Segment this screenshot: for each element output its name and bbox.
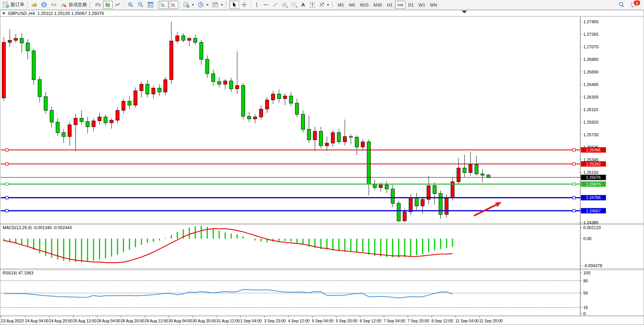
svg-text:1.27455: 1.27455 bbox=[583, 19, 599, 24]
search-icon bbox=[618, 2, 625, 8]
line-chart-button[interactable] bbox=[113, 1, 123, 9]
separator bbox=[157, 1, 157, 8]
chart-ohlc-quote: 1.25112 1.25126 1.25067 1.25076 bbox=[37, 11, 104, 16]
pane-borders bbox=[0, 16, 644, 316]
tab-timeframe-h1[interactable]: H1 bbox=[385, 1, 395, 9]
svg-text:0: 0 bbox=[583, 311, 586, 316]
channel-tool-button[interactable]: E bbox=[280, 1, 289, 9]
indicators-icon bbox=[183, 2, 190, 8]
notification-badge: 1 bbox=[633, 0, 641, 6]
clock-icon bbox=[198, 2, 204, 8]
svg-text:5 Sep 20:00: 5 Sep 20:00 bbox=[336, 319, 357, 323]
svg-text:1.25282: 1.25282 bbox=[586, 162, 601, 166]
zoom-out-icon bbox=[137, 2, 144, 8]
svg-text:1.26305: 1.26305 bbox=[583, 95, 599, 99]
search-button[interactable] bbox=[617, 1, 626, 9]
indicators-button[interactable] bbox=[182, 1, 196, 9]
auto-trading-button[interactable]: 自动交易 bbox=[59, 1, 88, 9]
chart-canvas[interactable]: 1.274551.272651.270701.268801.266901.264… bbox=[0, 0, 644, 325]
arrows-tool-button[interactable] bbox=[317, 1, 331, 9]
svg-text:1.24974: 1.24974 bbox=[586, 182, 601, 186]
svg-text:24 Aug 20:00: 24 Aug 20:00 bbox=[49, 319, 73, 323]
community-icon bbox=[41, 2, 47, 8]
zoom-in-button[interactable] bbox=[126, 1, 135, 9]
template-icon bbox=[212, 2, 218, 8]
vertical-line-icon bbox=[254, 2, 260, 8]
main-toolbar: 新订单 自动交易 bbox=[0, 0, 644, 10]
cursor-icon bbox=[231, 2, 238, 8]
tile-windows-icon bbox=[147, 2, 154, 8]
svg-text:1.27070: 1.27070 bbox=[583, 45, 599, 49]
svg-text:1.24385: 1.24385 bbox=[583, 220, 599, 225]
dropdown-caret-icon bbox=[192, 4, 194, 6]
auto-scroll-button[interactable] bbox=[159, 1, 168, 9]
toolbar-grip bbox=[226, 2, 228, 8]
arrows-icon bbox=[319, 2, 325, 8]
dropdown-caret-icon bbox=[206, 4, 209, 6]
tab-timeframe-m30[interactable]: M30 bbox=[371, 1, 384, 9]
svg-text:1.26880: 1.26880 bbox=[583, 57, 599, 62]
chart-shift-button[interactable] bbox=[169, 1, 178, 9]
macd-pane: 0.0021230.00-0.004378 bbox=[4, 225, 602, 268]
horizontal-line-tool-button[interactable] bbox=[261, 1, 270, 9]
zoom-out-button[interactable] bbox=[136, 1, 145, 9]
channel-tag: E bbox=[286, 6, 288, 8]
periods-button[interactable] bbox=[196, 1, 210, 9]
price-axis-ticks: 1.274551.272651.270701.268801.266901.264… bbox=[580, 19, 599, 225]
auto-scroll-icon bbox=[160, 2, 167, 8]
svg-text:7 Sep 20:00: 7 Sep 20:00 bbox=[408, 319, 429, 323]
rsi-indicator-label: RSI(14) 47.1963 bbox=[3, 271, 33, 275]
signals-button[interactable] bbox=[49, 1, 59, 9]
tab-timeframe-m5[interactable]: M5 bbox=[347, 1, 357, 9]
svg-text:1.26495: 1.26495 bbox=[583, 82, 599, 87]
text-label-tool-button[interactable]: T bbox=[308, 1, 317, 9]
svg-text:1.25920: 1.25920 bbox=[583, 120, 599, 124]
candlestick-chart-button[interactable] bbox=[103, 1, 113, 9]
chat-button[interactable]: 1 bbox=[629, 1, 639, 9]
svg-text:6 Sep 12:00: 6 Sep 12:00 bbox=[360, 319, 381, 323]
tab-timeframe-m1[interactable]: M1 bbox=[336, 1, 346, 9]
cursor-tool-button[interactable] bbox=[230, 1, 239, 9]
tile-windows-button[interactable] bbox=[146, 1, 155, 9]
bar-chart-button[interactable] bbox=[93, 1, 103, 9]
new-order-button[interactable]: 新订单 bbox=[1, 1, 26, 9]
horizontal-lines[interactable] bbox=[1, 148, 580, 212]
svg-text:1.25730: 1.25730 bbox=[583, 132, 599, 137]
svg-text:-0.004378: -0.004378 bbox=[583, 263, 603, 268]
candles bbox=[2, 22, 490, 221]
separator bbox=[250, 1, 251, 8]
text-tool-button[interactable]: A bbox=[299, 1, 308, 9]
candlestick-chart-icon bbox=[105, 2, 111, 8]
chart-menu-icon[interactable] bbox=[2, 13, 5, 14]
zoom-in-icon bbox=[128, 2, 134, 8]
tab-timeframe-m15[interactable]: M15 bbox=[358, 1, 371, 9]
trendline-tool-button[interactable] bbox=[271, 1, 279, 9]
macd-signal-line bbox=[4, 229, 453, 263]
tab-timeframe-d1[interactable]: D1 bbox=[406, 1, 416, 9]
megaphone-icon bbox=[31, 2, 37, 8]
megaphone-button[interactable] bbox=[29, 1, 39, 9]
svg-text:0.00: 0.00 bbox=[583, 236, 591, 241]
text-label-icon: T bbox=[310, 2, 315, 8]
text-tool-icon: A bbox=[301, 2, 305, 8]
line-chart-icon bbox=[115, 2, 121, 8]
svg-text:15: 15 bbox=[583, 305, 588, 310]
svg-text:0.002123: 0.002123 bbox=[583, 225, 601, 230]
vertical-line-tool-button[interactable] bbox=[252, 1, 261, 9]
fibonacci-tool-button[interactable]: F bbox=[289, 1, 298, 9]
rsi-pane: 1008050150 bbox=[1, 271, 590, 316]
crosshair-tool-button[interactable] bbox=[239, 1, 249, 9]
tab-timeframe-w1[interactable]: W1 bbox=[416, 1, 427, 9]
tab-timeframe-mn[interactable]: MN bbox=[428, 1, 439, 9]
svg-text:1.26110: 1.26110 bbox=[583, 107, 598, 112]
arrow-annotation[interactable] bbox=[474, 202, 502, 216]
svg-text:100: 100 bbox=[583, 271, 590, 275]
separator bbox=[180, 1, 180, 8]
chart-shift-marker bbox=[462, 11, 467, 13]
tab-timeframe-h4[interactable]: H4 bbox=[395, 1, 405, 9]
svg-text:8 Sep 12:00: 8 Sep 12:00 bbox=[431, 319, 453, 323]
crosshair-icon bbox=[241, 2, 247, 8]
community-button[interactable] bbox=[39, 1, 49, 9]
templates-button[interactable] bbox=[210, 1, 225, 9]
rsi-line bbox=[4, 290, 453, 298]
